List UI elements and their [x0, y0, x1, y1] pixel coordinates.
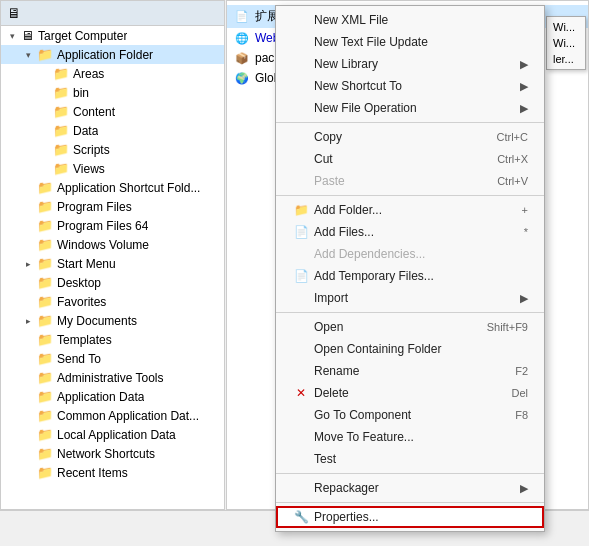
tree-label-data: Data [73, 124, 98, 138]
tree-item-start-menu[interactable]: ▸📁Start Menu [1, 254, 224, 273]
tree-expand-target-computer[interactable]: ▾ [7, 31, 17, 41]
menu-item-go-to-component[interactable]: Go To ComponentF8 [276, 404, 544, 426]
tree-label-app-shortcut-fold: Application Shortcut Fold... [57, 181, 200, 195]
tree-container: ▾🖥Target Computer▾📁Application Folder 📁A… [1, 26, 224, 482]
folder-icon-data: 📁 [53, 123, 69, 138]
menu-item-add-folder[interactable]: 📁Add Folder...+ [276, 199, 544, 221]
tree-item-administrative-tools[interactable]: 📁Administrative Tools [1, 368, 224, 387]
submenu-item-2[interactable]: Wi... [547, 35, 585, 51]
menu-item-paste: PasteCtrl+V [276, 170, 544, 192]
tree-item-app-shortcut-fold[interactable]: 📁Application Shortcut Fold... [1, 178, 224, 197]
tree-item-views[interactable]: 📁Views [1, 159, 224, 178]
tree-item-program-files[interactable]: 📁Program Files [1, 197, 224, 216]
menu-label-cut: Cut [314, 152, 477, 166]
menu-label-new-shortcut-to: New Shortcut To [314, 79, 520, 93]
folder-icon-scripts: 📁 [53, 142, 69, 157]
tree-item-application-data[interactable]: 📁Application Data [1, 387, 224, 406]
folder-icon-favorites: 📁 [37, 294, 53, 309]
tree-label-templates: Templates [57, 333, 112, 347]
tree-label-application-folder: Application Folder [57, 48, 153, 62]
file-tree: 🖥 ▾🖥Target Computer▾📁Application Folder … [0, 0, 225, 510]
menu-label-add-dependencies: Add Dependencies... [314, 247, 528, 261]
menu-item-new-library[interactable]: New Library▶ [276, 53, 544, 75]
menu-item-add-dependencies: Add Dependencies... [276, 243, 544, 265]
tree-item-areas[interactable]: 📁Areas [1, 64, 224, 83]
menu-shortcut-delete: Del [511, 387, 528, 399]
folder-icon-recent-items: 📁 [37, 465, 53, 480]
submenu-item-1[interactable]: Wi... [547, 19, 585, 35]
tree-item-common-app-data[interactable]: 📁Common Application Dat... [1, 406, 224, 425]
tree-item-program-files-64[interactable]: 📁Program Files 64 [1, 216, 224, 235]
tree-label-send-to: Send To [57, 352, 101, 366]
tree-label-local-app-data: Local Application Data [57, 428, 176, 442]
menu-separator [276, 195, 544, 196]
tree-label-bin: bin [73, 86, 89, 100]
tree-label-content: Content [73, 105, 115, 119]
tree-item-desktop[interactable]: 📁Desktop [1, 273, 224, 292]
menu-label-open-containing: Open Containing Folder [314, 342, 528, 356]
menu-item-properties[interactable]: 🔧Properties... [276, 506, 544, 528]
menu-item-import[interactable]: Import▶ [276, 287, 544, 309]
menu-item-new-xml-file[interactable]: New XML File [276, 9, 544, 31]
menu-icon-properties: 🔧 [292, 510, 310, 524]
folder-icon-app-shortcut-fold: 📁 [37, 180, 53, 195]
menu-item-add-temp-files[interactable]: 📄Add Temporary Files... [276, 265, 544, 287]
tree-item-data[interactable]: 📁Data [1, 121, 224, 140]
menu-item-rename[interactable]: RenameF2 [276, 360, 544, 382]
menu-separator [276, 122, 544, 123]
folder-icon-templates: 📁 [37, 332, 53, 347]
submenu-item-3[interactable]: ler... [547, 51, 585, 67]
tree-item-send-to[interactable]: 📁Send To [1, 349, 224, 368]
context-menu: New XML FileNew Text File UpdateNew Libr… [275, 5, 545, 532]
menu-item-new-shortcut-to[interactable]: New Shortcut To▶ [276, 75, 544, 97]
folder-icon-program-files: 📁 [37, 199, 53, 214]
tree-label-scripts: Scripts [73, 143, 110, 157]
tree-label-application-data: Application Data [57, 390, 144, 404]
tree-item-windows-volume[interactable]: 📁Windows Volume [1, 235, 224, 254]
menu-label-copy: Copy [314, 130, 477, 144]
tree-expand-my-documents[interactable]: ▸ [23, 316, 33, 326]
tree-item-application-folder[interactable]: ▾📁Application Folder [1, 45, 224, 64]
tree-item-recent-items[interactable]: 📁Recent Items [1, 463, 224, 482]
menu-arrow-repackager: ▶ [520, 482, 528, 495]
menu-label-add-files: Add Files... [314, 225, 504, 239]
menu-item-open[interactable]: OpenShift+F9 [276, 316, 544, 338]
tree-item-network-shortcuts[interactable]: 📁Network Shortcuts [1, 444, 224, 463]
tree-item-scripts[interactable]: 📁Scripts [1, 140, 224, 159]
tree-item-target-computer[interactable]: ▾🖥Target Computer [1, 26, 224, 45]
folder-icon-local-app-data: 📁 [37, 427, 53, 442]
tree-expand-application-folder[interactable]: ▾ [23, 50, 33, 60]
tree-label-views: Views [73, 162, 105, 176]
computer-icon: 🖥 [7, 5, 21, 21]
tree-label-windows-volume: Windows Volume [57, 238, 149, 252]
menu-item-repackager[interactable]: Repackager▶ [276, 477, 544, 499]
menu-item-delete[interactable]: ✕DeleteDel [276, 382, 544, 404]
tree-item-my-documents[interactable]: ▸📁My Documents [1, 311, 224, 330]
menu-label-properties: Properties... [314, 510, 528, 524]
menu-item-move-to-feature[interactable]: Move To Feature... [276, 426, 544, 448]
menu-item-new-text-update[interactable]: New Text File Update [276, 31, 544, 53]
menu-label-rename: Rename [314, 364, 495, 378]
tree-item-content[interactable]: 📁Content [1, 102, 224, 121]
menu-item-copy[interactable]: CopyCtrl+C [276, 126, 544, 148]
tree-item-templates[interactable]: 📁Templates [1, 330, 224, 349]
menu-item-test[interactable]: Test [276, 448, 544, 470]
folder-icon-application-folder: 📁 [37, 47, 53, 62]
menu-label-move-to-feature: Move To Feature... [314, 430, 528, 444]
menu-item-cut[interactable]: CutCtrl+X [276, 148, 544, 170]
tree-item-favorites[interactable]: 📁Favorites [1, 292, 224, 311]
menu-arrow-import: ▶ [520, 292, 528, 305]
menu-item-new-file-operation[interactable]: New File Operation▶ [276, 97, 544, 119]
menu-icon-add-files: 📄 [292, 225, 310, 239]
menu-item-add-files[interactable]: 📄Add Files...* [276, 221, 544, 243]
menu-label-paste: Paste [314, 174, 477, 188]
tree-label-administrative-tools: Administrative Tools [57, 371, 164, 385]
folder-icon-content: 📁 [53, 104, 69, 119]
menu-shortcut-add-files: * [524, 226, 528, 238]
menu-item-open-containing[interactable]: Open Containing Folder [276, 338, 544, 360]
menu-label-go-to-component: Go To Component [314, 408, 495, 422]
tree-expand-start-menu[interactable]: ▸ [23, 259, 33, 269]
tree-item-local-app-data[interactable]: 📁Local Application Data [1, 425, 224, 444]
tree-item-bin[interactable]: 📁bin [1, 83, 224, 102]
submenu-right: Wi... Wi... ler... [546, 16, 586, 70]
